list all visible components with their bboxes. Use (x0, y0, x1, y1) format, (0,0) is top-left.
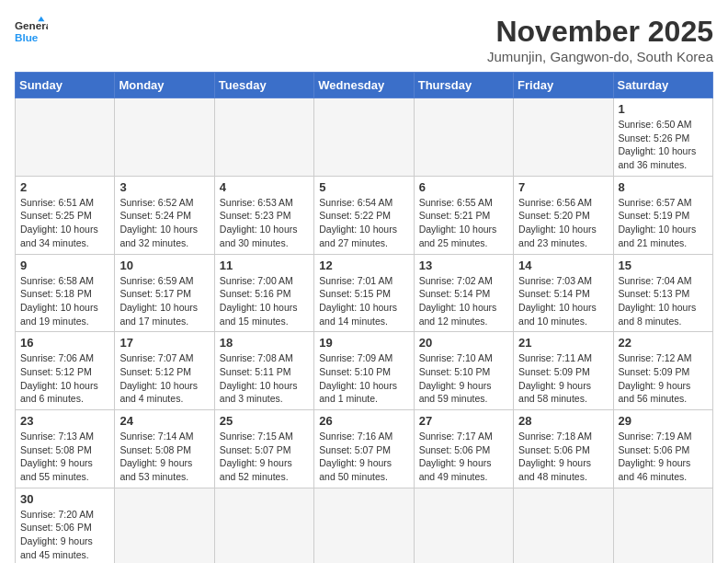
day-info: Sunrise: 6:58 AM Sunset: 5:18 PM Dayligh… (20, 274, 109, 328)
day-info: Sunrise: 7:02 AM Sunset: 5:14 PM Dayligh… (419, 274, 508, 328)
title-block: November 2025 Jumunjin, Gangwon-do, Sout… (487, 15, 713, 64)
day-info: Sunrise: 7:12 AM Sunset: 5:09 PM Dayligh… (619, 351, 708, 406)
page-header: General Blue November 2025 Jumunjin, Gan… (15, 15, 713, 64)
day-number: 3 (119, 180, 209, 194)
calendar-cell: 17Sunrise: 7:07 AM Sunset: 5:12 PM Dayli… (115, 332, 214, 410)
day-info: Sunrise: 7:11 AM Sunset: 5:09 PM Dayligh… (518, 351, 608, 406)
svg-text:Blue: Blue (15, 31, 39, 43)
calendar-cell: 20Sunrise: 7:10 AM Sunset: 5:10 PM Dayli… (414, 332, 513, 410)
day-info: Sunrise: 6:52 AM Sunset: 5:24 PM Dayligh… (119, 196, 209, 250)
day-number: 24 (119, 414, 209, 428)
calendar-cell: 27Sunrise: 7:17 AM Sunset: 5:06 PM Dayli… (414, 410, 513, 488)
day-number: 12 (319, 259, 408, 272)
calendar-cell: 4Sunrise: 6:53 AM Sunset: 5:23 PM Daylig… (214, 176, 313, 254)
calendar-cell: 29Sunrise: 7:19 AM Sunset: 5:06 PM Dayli… (613, 410, 712, 488)
calendar-cell (16, 98, 115, 177)
calendar-cell: 10Sunrise: 6:59 AM Sunset: 5:17 PM Dayli… (115, 254, 214, 332)
calendar-cell (314, 488, 414, 563)
month-title: November 2025 (487, 15, 713, 49)
calendar-table: SundayMondayTuesdayWednesdayThursdayFrid… (15, 72, 713, 563)
calendar-cell: 2Sunrise: 6:51 AM Sunset: 5:25 PM Daylig… (16, 176, 115, 254)
weekday-header-thursday: Thursday (414, 73, 513, 98)
day-info: Sunrise: 6:59 AM Sunset: 5:17 PM Dayligh… (119, 274, 209, 328)
day-number: 11 (220, 259, 309, 272)
day-info: Sunrise: 7:17 AM Sunset: 5:06 PM Dayligh… (419, 430, 508, 484)
calendar-cell (414, 98, 513, 177)
calendar-cell: 25Sunrise: 7:15 AM Sunset: 5:07 PM Dayli… (214, 410, 313, 488)
day-number: 27 (419, 414, 508, 428)
weekday-header-row: SundayMondayTuesdayWednesdayThursdayFrid… (16, 73, 713, 98)
calendar-cell: 24Sunrise: 7:14 AM Sunset: 5:08 PM Dayli… (115, 410, 214, 488)
calendar-cell (214, 488, 313, 563)
day-number: 18 (220, 336, 309, 350)
calendar-cell: 14Sunrise: 7:03 AM Sunset: 5:14 PM Dayli… (514, 254, 613, 332)
calendar-cell (115, 488, 214, 563)
calendar-cell (115, 98, 214, 177)
calendar-cell: 3Sunrise: 6:52 AM Sunset: 5:24 PM Daylig… (115, 176, 214, 254)
calendar-cell: 5Sunrise: 6:54 AM Sunset: 5:22 PM Daylig… (314, 176, 414, 254)
day-number: 29 (619, 414, 708, 428)
calendar-week-2: 2Sunrise: 6:51 AM Sunset: 5:25 PM Daylig… (16, 176, 713, 254)
day-number: 30 (20, 492, 109, 506)
day-info: Sunrise: 6:57 AM Sunset: 5:19 PM Dayligh… (619, 196, 708, 250)
weekday-header-tuesday: Tuesday (214, 73, 313, 98)
calendar-cell: 9Sunrise: 6:58 AM Sunset: 5:18 PM Daylig… (16, 254, 115, 332)
day-info: Sunrise: 7:09 AM Sunset: 5:10 PM Dayligh… (319, 351, 408, 406)
calendar-cell (414, 488, 513, 563)
calendar-cell: 1Sunrise: 6:50 AM Sunset: 5:26 PM Daylig… (613, 98, 712, 177)
day-info: Sunrise: 7:06 AM Sunset: 5:12 PM Dayligh… (20, 351, 109, 406)
day-info: Sunrise: 7:20 AM Sunset: 5:06 PM Dayligh… (20, 508, 109, 562)
calendar-cell (514, 488, 613, 563)
day-number: 6 (419, 180, 508, 194)
calendar-cell: 12Sunrise: 7:01 AM Sunset: 5:15 PM Dayli… (314, 254, 414, 332)
day-info: Sunrise: 7:16 AM Sunset: 5:07 PM Dayligh… (319, 430, 408, 484)
calendar-cell (314, 98, 414, 177)
calendar-cell (613, 488, 712, 563)
day-number: 13 (419, 259, 508, 272)
day-info: Sunrise: 6:53 AM Sunset: 5:23 PM Dayligh… (220, 196, 309, 250)
day-number: 25 (220, 414, 309, 428)
calendar-cell: 13Sunrise: 7:02 AM Sunset: 5:14 PM Dayli… (414, 254, 513, 332)
day-info: Sunrise: 7:10 AM Sunset: 5:10 PM Dayligh… (419, 351, 508, 406)
day-info: Sunrise: 7:18 AM Sunset: 5:06 PM Dayligh… (518, 430, 608, 484)
calendar-week-1: 1Sunrise: 6:50 AM Sunset: 5:26 PM Daylig… (16, 98, 713, 177)
calendar-cell: 11Sunrise: 7:00 AM Sunset: 5:16 PM Dayli… (214, 254, 313, 332)
day-info: Sunrise: 7:08 AM Sunset: 5:11 PM Dayligh… (220, 351, 309, 406)
day-number: 14 (518, 259, 608, 272)
location: Jumunjin, Gangwon-do, South Korea (487, 49, 713, 64)
calendar-cell: 6Sunrise: 6:55 AM Sunset: 5:21 PM Daylig… (414, 176, 513, 254)
day-number: 22 (619, 336, 708, 350)
weekday-header-wednesday: Wednesday (314, 73, 414, 98)
day-info: Sunrise: 7:07 AM Sunset: 5:12 PM Dayligh… (119, 351, 209, 406)
day-info: Sunrise: 6:51 AM Sunset: 5:25 PM Dayligh… (20, 196, 109, 250)
calendar-cell: 18Sunrise: 7:08 AM Sunset: 5:11 PM Dayli… (214, 332, 313, 410)
day-number: 16 (20, 336, 109, 350)
calendar-cell: 30Sunrise: 7:20 AM Sunset: 5:06 PM Dayli… (16, 488, 115, 563)
weekday-header-sunday: Sunday (16, 73, 115, 98)
calendar-cell: 15Sunrise: 7:04 AM Sunset: 5:13 PM Dayli… (613, 254, 712, 332)
day-number: 26 (319, 414, 408, 428)
day-info: Sunrise: 6:56 AM Sunset: 5:20 PM Dayligh… (518, 196, 608, 250)
calendar-cell (514, 98, 613, 177)
day-info: Sunrise: 7:15 AM Sunset: 5:07 PM Dayligh… (220, 430, 309, 484)
day-number: 10 (119, 259, 209, 272)
calendar-week-6: 30Sunrise: 7:20 AM Sunset: 5:06 PM Dayli… (16, 488, 713, 563)
day-info: Sunrise: 7:19 AM Sunset: 5:06 PM Dayligh… (619, 430, 708, 484)
logo: General Blue (15, 15, 48, 48)
day-number: 17 (119, 336, 209, 350)
day-number: 28 (518, 414, 608, 428)
weekday-header-friday: Friday (514, 73, 613, 98)
day-number: 20 (419, 336, 508, 350)
calendar-cell: 16Sunrise: 7:06 AM Sunset: 5:12 PM Dayli… (16, 332, 115, 410)
day-number: 8 (619, 180, 708, 194)
day-info: Sunrise: 7:01 AM Sunset: 5:15 PM Dayligh… (319, 274, 408, 328)
day-number: 5 (319, 180, 408, 194)
day-number: 7 (518, 180, 608, 194)
calendar-week-5: 23Sunrise: 7:13 AM Sunset: 5:08 PM Dayli… (16, 410, 713, 488)
calendar-cell: 23Sunrise: 7:13 AM Sunset: 5:08 PM Dayli… (16, 410, 115, 488)
day-info: Sunrise: 6:54 AM Sunset: 5:22 PM Dayligh… (319, 196, 408, 250)
calendar-cell (214, 98, 313, 177)
calendar-cell: 21Sunrise: 7:11 AM Sunset: 5:09 PM Dayli… (514, 332, 613, 410)
calendar-week-3: 9Sunrise: 6:58 AM Sunset: 5:18 PM Daylig… (16, 254, 713, 332)
logo-icon: General Blue (15, 15, 48, 48)
